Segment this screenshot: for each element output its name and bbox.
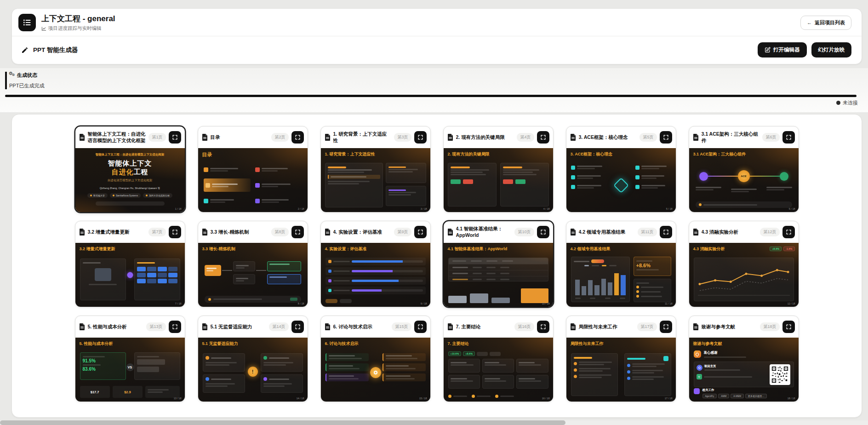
expand-button[interactable] [291, 131, 304, 144]
decor-row [574, 368, 615, 372]
decor-highlight-row [328, 175, 380, 179]
back-to-projects-button[interactable]: ← 返回项目列表 [800, 16, 851, 30]
expand-button[interactable] [169, 321, 181, 333]
slide-thumbnail[interactable]: 智能体上下文工程：自进化语言模型上下文优化框架 智能体上下文 自进化工程 自进化… [75, 148, 185, 212]
decor-bar [579, 370, 603, 372]
chart-bar [601, 279, 606, 295]
slide-card-3[interactable]: 1. 研究背景：上下文适应性 第3页 1. 研究背景：上下文适应性 [320, 126, 431, 212]
slide-card-16[interactable]: 7. 主要结论 第16页 7. 主要结论 +10.6% +8.6% [443, 316, 554, 402]
decor-bar [579, 377, 602, 378]
thumb-heading: 目录 [198, 148, 308, 160]
slide-card-2[interactable]: 目录 第2页 目录 2 / 18 [198, 126, 308, 212]
expand-button[interactable] [169, 131, 181, 144]
slide-thumbnail[interactable]: 2. 现有方法的关键局限 4 [444, 148, 553, 212]
slide-card-11[interactable]: 4.2 领域专用基准结果 第11页 4.2 领域专用基准结果 [566, 221, 676, 307]
slide-card-7[interactable]: 3.2 增量式增量更新 第7页 3.2 增量式增量更新 7 / 18 [75, 221, 185, 307]
slide-card-header: 智能体上下文工程：自进化语言模型的上下文优化框架 第1页 [75, 126, 185, 148]
decor-dot [636, 295, 639, 298]
expand-button[interactable] [660, 321, 672, 333]
document-icon [447, 229, 453, 235]
slide-thumbnail[interactable]: 3.1 ACE架构：三大核心组件 ACE 6 / 18 [689, 148, 799, 212]
slide-thumbnail[interactable]: 5. 性能与成本分析 91.5% 83.6% VS $17.7 $2.9 13 … [75, 338, 185, 402]
expand-button[interactable] [169, 226, 181, 238]
slide-card-13[interactable]: 5. 性能与成本分析 第13页 5. 性能与成本分析 91.5% 83.6% V… [75, 316, 185, 402]
slide-card-9[interactable]: 4. 实验设置：评估基准 第9页 4. 实验设置：评估基准 9 / 18 [320, 221, 431, 307]
decor-icon [328, 279, 331, 282]
slide-card-10[interactable]: 4.1 智能体基准结果：AppWorld 第10页 4.1 智能体基准结果：Ap… [443, 221, 554, 307]
decor-fill [352, 280, 399, 282]
slide-card-5[interactable]: 3. ACE框架：核心理念 第5页 3. ACE框架：核心理念 5 / 18 [566, 126, 676, 212]
slide-thumbnail[interactable]: 4.3 消融实验分析 +8.6% -1.6% 12 / 18 [689, 243, 799, 307]
decor-bar [641, 287, 663, 288]
related-tags: AgentFly AWM A-MEM 更多相关梳理… [702, 394, 767, 398]
decor-cell [158, 279, 167, 283]
slide-card-1[interactable]: 智能体上下文工程：自进化语言模型的上下文优化框架 第1页 智能体上下文工程：自进… [75, 126, 185, 212]
architecture-row: ACE [699, 170, 788, 182]
slide-thumbnail[interactable]: 4. 实验设置：评估基准 9 / 18 [321, 243, 430, 307]
legend-swatch [602, 265, 606, 266]
slide-thumbnail[interactable]: 5.1 无监督适应能力 ! 14 / 18 [198, 338, 308, 402]
slide-card-6[interactable]: 3.1 ACE架构：三大核心组件 第6页 3.1 ACE架构：三大核心组件 AC… [689, 126, 799, 212]
slide-thumbnail[interactable]: 3.3 增长-精炼机制 8 / 18 [198, 243, 308, 307]
expand-button[interactable] [537, 321, 549, 333]
expand-button[interactable] [660, 226, 672, 238]
slide-thumbnail[interactable]: 3.2 增量式增量更新 7 / 18 [75, 243, 185, 307]
slide-card-12[interactable]: 4.3 消融实验分析 第12页 4.3 消融实验分析 +8.6% -1.6% 1… [689, 221, 799, 307]
page-badge: 第3页 [394, 133, 411, 142]
expand-button[interactable] [537, 226, 549, 238]
slide-thumbnail[interactable]: 7. 主要结论 +10.6% +8.6% 16 / 18 [444, 338, 553, 402]
slide-card-15[interactable]: 6. 讨论与技术启示 第15页 6. 讨论与技术启示 15 / 18 [320, 316, 431, 402]
slide-thumbnail[interactable]: 6. 讨论与技术启示 15 / 18 [321, 338, 430, 402]
expand-button[interactable] [291, 226, 304, 238]
slideshow-button[interactable]: 幻灯片放映 [811, 42, 852, 57]
expand-button[interactable] [782, 226, 795, 238]
slide-card-8[interactable]: 3.3 增长-精炼机制 第8页 3.3 增长-精炼机制 8 / 18 [198, 221, 308, 307]
slide-thumbnail[interactable]: 4.1 智能体基准结果：AppWorld 10 / 18 [444, 243, 553, 307]
slide-card-header: 致谢与参考文献 第18页 [689, 316, 799, 338]
fullscreen-icon [295, 134, 301, 140]
expand-button[interactable] [414, 321, 427, 333]
slide-thumbnail[interactable]: 目录 2 / 18 [198, 148, 308, 212]
decor [579, 368, 615, 372]
expand-button[interactable] [414, 131, 427, 144]
decor-bar [579, 368, 611, 369]
decor-bar [451, 362, 467, 363]
decor-bar [329, 375, 354, 377]
expand-button[interactable] [782, 131, 795, 144]
scrollbar-thumb[interactable] [0, 420, 565, 425]
open-editor-button[interactable]: 打开编辑器 [758, 42, 807, 57]
app-icon [18, 14, 36, 31]
page-badge: 第11页 [638, 228, 657, 236]
decor-bar [766, 189, 784, 190]
decor-bar [452, 273, 468, 274]
expand-button[interactable] [660, 131, 672, 144]
expand-button[interactable] [782, 321, 795, 333]
decor-bar [696, 187, 721, 188]
expand-button[interactable] [537, 131, 549, 144]
slide-card-18[interactable]: 致谢与参考文献 第18页 致谢与参考文献 衷心感谢 项目主页 [689, 316, 799, 402]
slide-title: 4.3 消融实验分析 [702, 229, 758, 235]
slide-thumbnail[interactable]: 4.2 领域专用基准结果 [566, 243, 676, 307]
decor-chip [326, 299, 337, 303]
document-icon [202, 134, 208, 141]
thumb-heading: 4. 实验设置：评估基准 [321, 243, 430, 253]
slide-thumbnail[interactable]: 局限性与未来工作 17 / 18 [566, 338, 676, 402]
table-row [449, 276, 548, 281]
slide-card-4[interactable]: 2. 现有方法的关键局限 第4页 2. 现有方法的关键局限 [443, 126, 554, 212]
slide-thumbnail[interactable]: 致谢与参考文献 衷心感谢 项目主页 ⑂ [689, 338, 799, 402]
slide-title: 目录 [211, 134, 269, 140]
slide-thumbnail[interactable]: 1. 研究背景：上下文适应性 3 / 18 [321, 148, 430, 212]
thumb-pager: 6 / 18 [789, 207, 795, 210]
expand-button[interactable] [291, 321, 304, 333]
decor-bar [620, 298, 625, 299]
chart-bar-orange [614, 273, 619, 295]
page-badge: 第8页 [271, 228, 288, 236]
decor-bar [473, 267, 482, 268]
slide-card-17[interactable]: 局限性与未来工作 第17页 局限性与未来工作 17 / 18 [566, 316, 676, 402]
decor-bar [329, 355, 355, 356]
expand-button[interactable] [414, 226, 427, 238]
document-icon [202, 323, 208, 330]
slide-card-14[interactable]: 5.1 无监督适应能力 第14页 5.1 无监督适应能力 ! 14 / 18 [198, 316, 308, 402]
decor-block [137, 367, 159, 372]
slide-thumbnail[interactable]: 3. ACE框架：核心理念 5 / 18 [566, 148, 676, 212]
